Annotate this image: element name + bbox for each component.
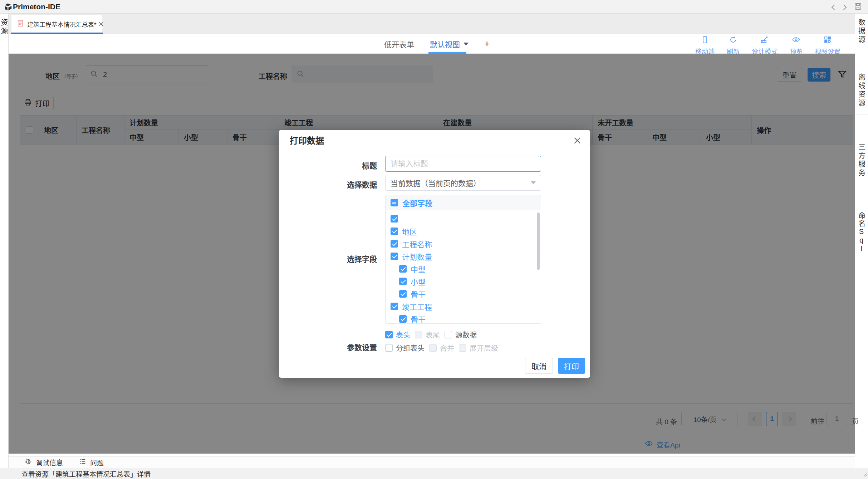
document-tab-strip: 建筑工程基本情况汇总表*: [9, 14, 855, 34]
field-tree-header[interactable]: 全部字段: [386, 195, 541, 210]
title-input-field[interactable]: [391, 160, 536, 168]
save-icon[interactable]: [854, 2, 862, 12]
field-item[interactable]: 骨干: [386, 313, 541, 325]
view-tab-default-view[interactable]: 默认视图: [430, 39, 469, 49]
doc-tab-active[interactable]: 建筑工程基本情况汇总表*: [11, 15, 102, 33]
select-caret-icon: [531, 181, 536, 184]
refresh-button[interactable]: 刷新: [727, 35, 740, 56]
field-checkbox[interactable]: [391, 253, 398, 260]
mobile-icon: [701, 35, 709, 46]
field-checkbox[interactable]: [399, 265, 407, 273]
field-item[interactable]: 计划数量: [386, 250, 541, 263]
right-rail: 数据源 离线资源 三方服务 命名Sql: [855, 14, 868, 468]
design-mode-button[interactable]: 设计模式: [752, 35, 778, 56]
title-bar: Primeton-IDE: [0, 0, 868, 14]
view-settings-icon: [823, 35, 832, 46]
param-header[interactable]: 表头: [385, 329, 410, 340]
param-checkbox[interactable]: [445, 331, 452, 338]
list-icon: [79, 458, 87, 467]
app-window: Primeton-IDE 建筑工程基本情况汇总表* 低开表单 默认视图: [0, 0, 868, 479]
field-tree-scrollbar[interactable]: [537, 212, 540, 270]
param-checkbox[interactable]: [459, 344, 466, 352]
field-item[interactable]: 竣工工程: [386, 300, 541, 313]
field-checkbox[interactable]: [391, 228, 398, 235]
param-expand-levels[interactable]: 展开层级: [459, 343, 498, 353]
view-tab-underline: [428, 52, 466, 54]
field-item[interactable]: 中型: [386, 263, 541, 275]
field-checkbox[interactable]: [399, 290, 407, 298]
mobile-button[interactable]: 移动端: [695, 35, 715, 56]
param-footer[interactable]: 表尾: [415, 329, 440, 340]
add-view-tab-button[interactable]: +: [484, 38, 490, 49]
param-merge[interactable]: 合并: [429, 343, 454, 353]
rail-item-named-sql[interactable]: 命名Sql: [855, 207, 868, 260]
refresh-icon: [729, 35, 737, 46]
view-settings-button[interactable]: 视图设置: [815, 35, 840, 56]
status-bar: 查看资源「建筑工程基本情况汇总表」详情: [0, 468, 868, 479]
confirm-print-button[interactable]: 打印: [558, 358, 585, 374]
field-item[interactable]: [386, 212, 541, 225]
design-mode-icon: [760, 35, 769, 46]
rail-item-data-source[interactable]: 数据源: [855, 14, 868, 51]
params-row-1: 表头 表尾 源数据: [385, 329, 477, 340]
field-checkbox[interactable]: [391, 303, 398, 310]
doc-tab-label: 建筑工程基本情况汇总表*: [27, 20, 97, 29]
param-checkbox[interactable]: [385, 331, 393, 338]
field-tree: 全部字段 地区 工程名称 计划数量 中型 小型 骨干 竣工工程 骨干: [385, 195, 541, 324]
field-checkbox[interactable]: [399, 278, 407, 285]
data-select[interactable]: 当前数据（当前页的数据）: [385, 175, 541, 191]
field-checkbox[interactable]: [399, 315, 407, 323]
cancel-button[interactable]: 取消: [525, 358, 553, 374]
problems-tab[interactable]: 问题: [79, 458, 104, 467]
view-tab-caret-icon: [464, 43, 469, 45]
bottom-panel-bar: 调试信息 问题: [9, 456, 855, 468]
data-select-label: 选择数据: [320, 179, 377, 190]
preview-button[interactable]: 预览: [790, 35, 803, 56]
dialog-close-icon[interactable]: [573, 136, 582, 145]
resize-grip-icon[interactable]: [862, 471, 867, 478]
fields-label: 选择字段: [320, 253, 377, 264]
app-logo-icon: [4, 3, 13, 13]
app-title: Primeton-IDE: [13, 3, 60, 11]
field-item[interactable]: 骨干: [386, 288, 541, 300]
param-source-data[interactable]: 源数据: [445, 329, 477, 340]
title-field-label: 标题: [320, 160, 377, 171]
params-row-2: 分组表头 合并 展开层级: [385, 343, 498, 353]
debug-info-tab[interactable]: 调试信息: [24, 458, 63, 467]
param-checkbox[interactable]: [429, 344, 437, 352]
all-fields-label: 全部字段: [402, 197, 432, 208]
dialog-title: 打印数据: [290, 134, 324, 146]
field-checkbox[interactable]: [391, 240, 398, 248]
params-label: 参数设置: [320, 342, 377, 352]
field-checkbox[interactable]: [391, 215, 398, 223]
data-select-value: 当前数据（当前页的数据）: [391, 177, 481, 188]
dialog-header: 打印数据: [279, 130, 590, 150]
view-toolbar: 低开表单 默认视图 + 移动端 刷新 设计模式 预览: [9, 34, 855, 54]
rail-item-offline-resources[interactable]: 离线资源: [855, 68, 868, 114]
left-rail: 资源: [0, 14, 9, 468]
param-checkbox[interactable]: [415, 331, 422, 338]
nav-forward-icon[interactable]: [841, 4, 847, 10]
param-checkbox[interactable]: [385, 344, 393, 352]
print-data-dialog: 打印数据 标题 选择数据 当前数据（当前页的数据） 选择字段 全部字段 地区 工…: [279, 130, 590, 378]
field-item[interactable]: 工程名称: [386, 238, 541, 250]
param-group-header[interactable]: 分组表头: [385, 343, 425, 353]
view-tab-lowcode-form[interactable]: 低开表单: [384, 39, 414, 49]
status-text: 查看资源「建筑工程基本情况汇总表」详情: [21, 469, 151, 479]
nav-back-icon[interactable]: [832, 4, 837, 10]
rail-item-resources[interactable]: 资源: [0, 14, 8, 42]
report-doc-icon: [16, 19, 24, 29]
rail-item-third-party-services[interactable]: 三方服务: [855, 138, 868, 184]
field-item[interactable]: 小型: [386, 275, 541, 288]
bug-icon: [24, 458, 32, 467]
all-fields-checkbox[interactable]: [391, 199, 398, 206]
window-nav: [832, 2, 862, 12]
field-item[interactable]: 地区: [386, 225, 541, 238]
preview-icon: [792, 35, 800, 46]
title-input[interactable]: [385, 156, 541, 172]
